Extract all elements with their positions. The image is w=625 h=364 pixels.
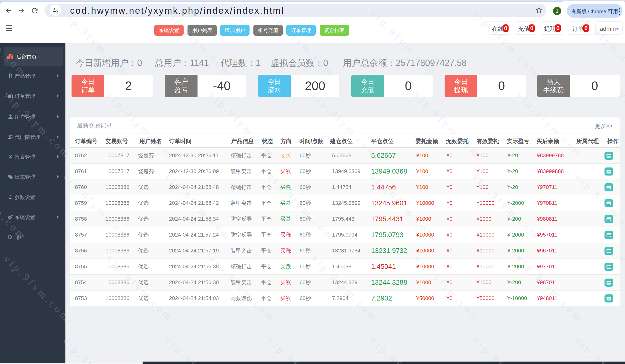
svg-text:¥: ¥ [9, 154, 12, 159]
svg-text:£: £ [9, 194, 12, 200]
